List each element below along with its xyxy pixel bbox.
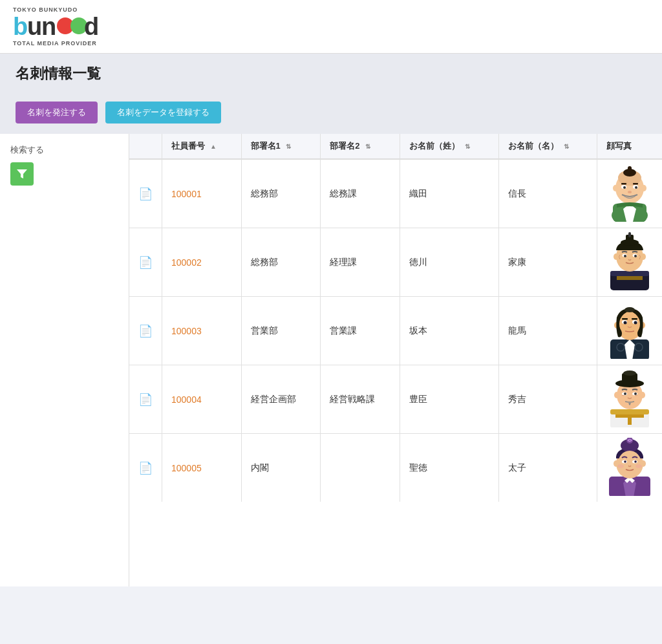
doc-icon[interactable]: 📄: [138, 325, 153, 338]
th-dept1[interactable]: 部署名1 ⇅: [241, 134, 321, 159]
table-row: 📄100002総務部経理課徳川家康: [129, 228, 662, 297]
th-lastname[interactable]: お名前（姓） ⇅: [400, 134, 498, 159]
avatar-cell: [597, 365, 663, 434]
order-button[interactable]: 名刺を発注する: [16, 102, 98, 123]
table-body: 📄100001総務部総務課織田信長: [129, 159, 662, 502]
svg-point-78: [624, 460, 626, 463]
svg-text:b: b: [13, 13, 28, 40]
svg-point-75: [618, 451, 641, 477]
svg-point-24: [628, 191, 632, 193]
employee-id[interactable]: 100004: [171, 394, 202, 405]
svg-point-79: [634, 460, 637, 463]
svg-rect-56: [628, 414, 632, 425]
register-button[interactable]: 名刺をデータを登録する: [105, 102, 221, 123]
page-title: 名刺情報一覧: [16, 64, 646, 83]
doc-icon[interactable]: 📄: [138, 393, 153, 406]
svg-rect-26: [610, 271, 649, 276]
logo-top-text: TOKYO BUNKYUDO: [13, 6, 78, 13]
svg-rect-54: [610, 409, 649, 414]
svg-point-21: [635, 186, 637, 189]
svg-point-43: [625, 307, 635, 312]
data-table: 社員番号 ▲ 部署名1 ⇅ 部署名2: [129, 134, 662, 502]
employee-id[interactable]: 100002: [171, 257, 202, 268]
filter-button[interactable]: [10, 162, 34, 186]
search-label: 検索する: [10, 144, 118, 156]
dept1-cell: 営業部: [241, 297, 321, 365]
svg-rect-49: [622, 318, 628, 320]
dept2-cell: 営業課: [321, 297, 400, 365]
avatar-tokugawa: [604, 232, 656, 290]
sidebar: 検索する: [0, 134, 129, 586]
svg-rect-27: [617, 276, 643, 280]
svg-rect-50: [632, 318, 637, 320]
header: TOKYO BUNKYUDO b u n o d odo TOTAL MEDIA…: [0, 0, 662, 54]
svg-point-30: [641, 253, 646, 260]
dept1-cell: 総務部: [241, 159, 321, 228]
dept2-cell: 経理課: [321, 228, 400, 297]
svg-rect-33: [628, 232, 631, 237]
employee-id[interactable]: 100005: [171, 463, 202, 473]
dept1-cell: 経営企画部: [241, 365, 321, 434]
avatar-sakamoto: [604, 301, 656, 359]
dept2-cell: 総務課: [321, 159, 400, 228]
sort-icon-lastname: ⇅: [465, 143, 470, 150]
svg-point-47: [624, 321, 627, 325]
table-header: 社員番号 ▲ 部署名1 ⇅ 部署名2: [129, 134, 662, 159]
sort-icon-emp-id: ▲: [210, 143, 217, 150]
dept1-cell: 総務部: [241, 228, 321, 297]
avatar-cell: [597, 297, 663, 365]
avatar-cell: [597, 159, 663, 228]
th-firstname[interactable]: お名前（名） ⇅: [498, 134, 597, 159]
svg-point-48: [634, 321, 637, 325]
page-title-bar: 名刺情報一覧: [0, 54, 662, 94]
firstname-cell: 信長: [498, 159, 597, 228]
actions-bar: 名刺を発注する 名刺をデータを登録する: [0, 94, 662, 134]
svg-rect-17: [628, 166, 632, 174]
lastname-cell: 坂本: [400, 297, 498, 365]
lastname-cell: 豊臣: [400, 365, 498, 434]
th-photo: 顔写真: [597, 134, 663, 159]
svg-point-20: [623, 186, 626, 189]
svg-text:n: n: [41, 13, 56, 40]
svg-point-80: [617, 464, 624, 468]
sort-icon-dept2: ⇅: [365, 143, 370, 150]
avatar-cell: [597, 434, 663, 502]
header-row: 社員番号 ▲ 部署名1 ⇅ 部署名2: [129, 134, 662, 159]
employee-id[interactable]: 100003: [171, 326, 202, 336]
main-layout: 検索する 社員番号 ▲: [0, 134, 662, 586]
lastname-cell: 聖徳: [400, 434, 498, 502]
dept1-cell: 内閣: [241, 434, 321, 502]
sort-icon-firstname: ⇅: [564, 143, 569, 150]
svg-point-65: [624, 392, 626, 395]
svg-point-14: [613, 185, 618, 191]
avatar-shotoku: [604, 438, 656, 496]
sort-icon-dept1: ⇅: [286, 143, 291, 150]
th-dept2[interactable]: 部署名2 ⇅: [321, 134, 400, 159]
svg-point-15: [641, 185, 646, 191]
th-emp-id[interactable]: 社員番号 ▲: [162, 134, 242, 159]
doc-icon[interactable]: 📄: [138, 256, 153, 269]
table-row: 📄100003営業部営業課坂本龍馬: [129, 297, 662, 365]
avatar-oda: [604, 164, 656, 222]
svg-point-62: [623, 370, 636, 376]
firstname-cell: 秀吉: [498, 365, 597, 434]
doc-icon[interactable]: 📄: [138, 462, 153, 475]
th-icon: [129, 134, 162, 159]
svg-point-37: [634, 255, 637, 257]
doc-icon[interactable]: 📄: [138, 188, 153, 200]
logo-container: TOKYO BUNKYUDO b u n o d odo TOTAL MEDIA…: [13, 6, 103, 47]
dept2-cell: [321, 434, 400, 502]
svg-marker-8: [17, 169, 27, 178]
svg-rect-22: [621, 183, 626, 185]
svg-text:u: u: [27, 13, 42, 40]
svg-point-66: [634, 392, 637, 395]
filter-icon: [16, 168, 28, 180]
lastname-cell: 織田: [400, 159, 498, 228]
svg-rect-23: [633, 183, 638, 185]
employee-id[interactable]: 100001: [171, 189, 202, 199]
table-row: 📄100004経営企画部経営戦略課豊臣秀吉: [129, 365, 662, 434]
table-area: 社員番号 ▲ 部署名1 ⇅ 部署名2: [129, 134, 662, 586]
lastname-cell: 徳川: [400, 228, 498, 297]
svg-point-58: [614, 392, 619, 398]
dept2-cell: 経営戦略課: [321, 365, 400, 434]
